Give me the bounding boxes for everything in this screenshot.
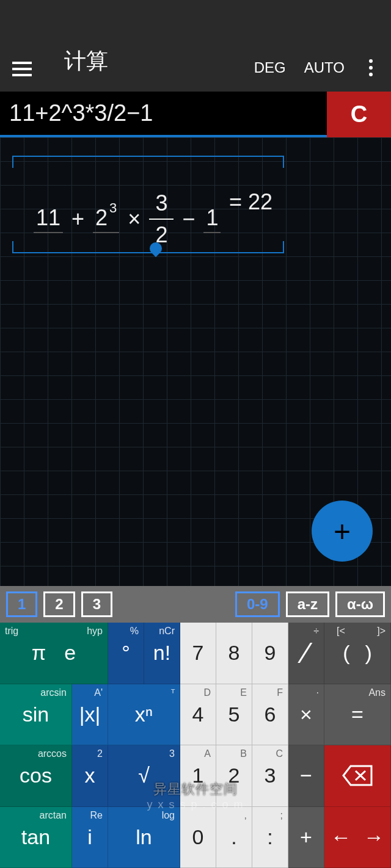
key-sqrt[interactable]: 3√ [108,745,180,807]
key-8[interactable]: 8 [216,623,252,684]
key-multiply[interactable]: ·× [288,684,324,746]
key-degree[interactable]: %° [108,623,144,684]
key-sin[interactable]: arcsinsin [0,684,72,746]
keypad: trighypπe %° nCrn! 7 8 9 ÷∕ [<]>( ) arcs… [0,623,391,868]
backspace-icon [342,765,373,786]
tab-page-1[interactable]: 1 [6,591,37,617]
clear-button[interactable]: C [327,92,391,137]
key-4[interactable]: D4 [180,684,216,746]
add-fab[interactable]: + [312,501,373,562]
tab-numeric[interactable]: 0-9 [235,591,280,617]
tab-page-3[interactable]: 3 [81,591,112,617]
key-divide[interactable]: ÷∕ [288,623,324,684]
page-title: 计算 [64,46,108,76]
app-header: 计算 DEG AUTO [0,0,391,92]
menu-icon[interactable] [12,62,37,76]
more-icon[interactable] [363,59,379,76]
key-factorial[interactable]: nCrn! [144,623,180,684]
tab-page-2[interactable]: 2 [43,591,75,617]
input-row: 11+2^3*3/2−1 C [0,92,391,137]
minus-sign: − [182,206,195,232]
tab-latin[interactable]: a-z [286,591,329,617]
key-subtract[interactable]: − [288,745,324,807]
key-abs[interactable]: A'|x| [72,684,108,746]
expression-input[interactable]: 11+2^3*3/2−1 [0,92,327,137]
key-backspace[interactable] [324,745,391,807]
key-arrows[interactable]: ←→ [324,807,391,869]
equation-result: = 22 [229,189,272,215]
key-2[interactable]: B2 [216,745,252,807]
key-equals[interactable]: Ans= [324,684,391,746]
key-add[interactable]: + [288,807,324,869]
term: 23 [93,205,119,233]
key-cos[interactable]: arccoscos [0,745,72,807]
render-canvas[interactable]: 11 + 23 × 3 2 − 1 = 22 + [0,137,391,586]
fraction: 3 2 [149,190,174,248]
times-sign: × [128,206,141,232]
key-9[interactable]: 9 [252,623,288,684]
keypad-tabs: 1 2 3 0-9 a-z α-ω [0,586,391,623]
key-pi[interactable]: trighypπe [0,623,108,684]
key-5[interactable]: E5 [216,684,252,746]
tab-greek[interactable]: α-ω [335,591,385,617]
key-3[interactable]: C3 [252,745,288,807]
term: 1 [203,205,221,233]
key-dot[interactable]: ,. [216,807,252,869]
auto-mode-button[interactable]: AUTO [304,59,345,76]
key-tan[interactable]: arctantan [0,807,72,869]
key-parens[interactable]: [<]>( ) [324,623,391,684]
angle-mode-button[interactable]: DEG [254,59,286,76]
key-7[interactable]: 7 [180,623,216,684]
key-x[interactable]: 2x [72,745,108,807]
key-ln[interactable]: logln [108,807,180,869]
plus-sign: + [71,206,84,232]
key-6[interactable]: F6 [252,684,288,746]
key-colon[interactable]: ;: [252,807,288,869]
key-power[interactable]: ᵀxⁿ [108,684,180,746]
key-i[interactable]: Rei [72,807,108,869]
term: 11 [34,205,63,233]
key-0[interactable]: 0 [180,807,216,869]
key-1[interactable]: A1 [180,745,216,807]
